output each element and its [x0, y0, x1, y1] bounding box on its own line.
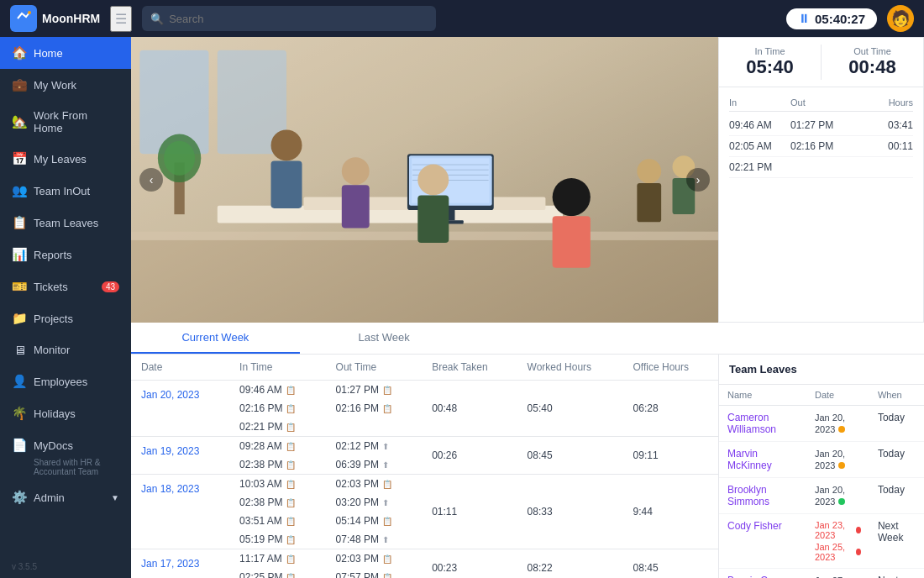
out-val-2: 02:16 PM	[790, 140, 852, 152]
timer-button[interactable]: ⏸ 05:40:27	[786, 8, 877, 29]
bottom-section: Date In Time Out Time Break Taken Worked…	[131, 355, 924, 578]
svg-point-21	[417, 164, 449, 195]
timesheet-table: Date In Time Out Time Break Taken Worked…	[131, 355, 718, 578]
clock-icon: 📋	[286, 517, 296, 526]
teamleaves-icon: 📋	[12, 215, 27, 230]
tabs-section: Current Week Last Week	[131, 323, 924, 355]
hero-prev-button[interactable]: ‹	[139, 168, 163, 192]
tl-name-brooklyn: Brooklyn Simmons	[719, 478, 806, 514]
table-row: Jan 17, 2023 11:17 AM📋 02:03 PM📋 00:23 0…	[131, 549, 718, 569]
tl-when-marvin: Today	[869, 442, 924, 478]
team-leaves-title: Team Leaves	[719, 355, 924, 385]
out-time-section: Out Time 00:48	[822, 38, 923, 87]
svg-rect-2	[131, 232, 718, 323]
status-dot	[838, 462, 845, 469]
in-jan17-2: 02:25 PM📋	[229, 568, 326, 578]
status-dot	[856, 549, 861, 555]
list-item: Cody Fisher Jan 23, 2023 Jan 25, 2023 Ne…	[719, 514, 924, 569]
sidebar-label-holidays: Holidays	[34, 407, 76, 420]
out-time-value: 00:48	[830, 56, 915, 78]
sidebar-item-employees[interactable]: 👤 Employees	[0, 365, 131, 397]
sidebar-item-holidays[interactable]: 🌴 Holidays	[0, 397, 131, 429]
admin-icon: ⚙️	[12, 490, 27, 505]
upload-icon: ⬆	[382, 535, 389, 544]
search-input[interactable]	[169, 13, 428, 25]
table-row: Jan 20, 2023 09:46 AM📋 01:27 PM📋 00:48 0…	[131, 381, 718, 400]
admin-arrow-icon: ▼	[111, 493, 119, 502]
sidebar-label-monitor: Monitor	[34, 344, 70, 356]
in-time-value: 05:40	[727, 56, 812, 78]
clock-icon: 📋	[286, 386, 296, 395]
clock-icon: 📋	[382, 480, 392, 489]
logo-text: MoonHRM	[42, 12, 100, 25]
sidebar-item-team-inout[interactable]: 👥 Team InOut	[0, 175, 131, 207]
time-table-header: In Out Hours	[729, 94, 913, 112]
tl-col-name: Name	[719, 385, 806, 406]
tab-current-week[interactable]: Current Week	[131, 323, 300, 354]
col-in: In	[729, 97, 790, 108]
break-jan20: 00:48	[422, 381, 517, 437]
sidebar-item-mydocs[interactable]: 📄 MyDocs	[0, 429, 131, 456]
clock-icon: 📋	[286, 423, 296, 432]
break-jan17: 00:23	[422, 549, 517, 579]
sidebar-item-work-from-home[interactable]: 🏡 Work From Home	[0, 101, 131, 143]
clock-icon: 📋	[286, 442, 296, 451]
svg-rect-11	[412, 164, 488, 165]
sidebar-item-reports[interactable]: 📊 Reports	[0, 239, 131, 271]
sidebar-item-tickets[interactable]: 🎫 Tickets 43	[0, 271, 131, 302]
sidebar-item-admin[interactable]: ⚙️ Admin ▼	[0, 481, 131, 513]
time-row-3: 02:21 PM	[729, 157, 913, 178]
sidebar-item-team-leaves[interactable]: 📋 Team Leaves	[0, 207, 131, 239]
clock-icon: 📋	[286, 498, 296, 507]
sidebar-label-wfh: Work From Home	[34, 109, 119, 134]
tab-last-week[interactable]: Last Week	[300, 323, 469, 354]
out-jan18-4: 07:48 PM⬆	[326, 530, 423, 549]
time-row-1: 09:46 AM 01:27 PM 03:41	[729, 115, 913, 136]
sidebar-item-my-leaves[interactable]: 📅 My Leaves	[0, 143, 131, 175]
tl-date-marvin: Jan 20, 2023	[806, 442, 869, 478]
team-leaves-header: Name Date When	[719, 385, 924, 406]
hours-val-3	[852, 161, 913, 173]
topbar: MoonHRM ☰ 🔍 ⏸ 05:40:27 🧑	[0, 0, 924, 37]
team-leaves-table: Name Date When Cameron Williamson Jan 20…	[719, 385, 924, 578]
tl-name-bessie: Bessie Cooper	[719, 569, 806, 579]
sidebar-label-team-leaves: Team Leaves	[34, 217, 98, 229]
upload-icon: ⬆	[382, 498, 389, 507]
status-dot	[838, 498, 845, 505]
sidebar-item-my-work[interactable]: 💼 My Work	[0, 69, 131, 101]
svg-point-28	[637, 159, 661, 183]
teaminout-icon: 👥	[12, 183, 27, 198]
clock-icon: 📋	[286, 573, 296, 579]
sidebar-label-my-work: My Work	[34, 79, 76, 92]
in-jan19-2: 02:38 PM📋	[229, 455, 326, 475]
sidebar-item-home[interactable]: 🏠 Home	[0, 37, 131, 69]
svg-rect-20	[342, 185, 370, 228]
sidebar-item-projects[interactable]: 📁 Projects	[0, 302, 131, 334]
col-out-time: Out Time	[326, 355, 423, 381]
tl-name-marvin: Marvin McKinney	[719, 442, 806, 478]
avatar[interactable]: 🧑	[887, 5, 914, 32]
list-item: Bessie Cooper Jan 27, 2023 Next Week	[719, 569, 924, 579]
out-jan18-1: 02:03 PM📋	[326, 475, 423, 494]
sidebar-label-reports: Reports	[34, 249, 72, 261]
hamburger-button[interactable]: ☰	[110, 6, 132, 32]
time-detail-table: In Out Hours 09:46 AM 01:27 PM 03:41 02:…	[719, 87, 923, 185]
out-jan17-2: 07:57 PM📋	[326, 568, 423, 578]
break-jan19: 00:26	[422, 437, 517, 475]
col-break: Break Taken	[422, 355, 517, 381]
myleaves-icon: 📅	[12, 151, 27, 166]
tl-date-cody: Jan 23, 2023 Jan 25, 2023	[806, 514, 869, 569]
office-jan17: 08:45	[623, 549, 718, 579]
hours-val-2: 00:11	[852, 140, 913, 152]
clock-icon: 📋	[382, 517, 392, 526]
hero-next-button[interactable]: ›	[686, 168, 710, 192]
sidebar-item-monitor[interactable]: 🖥 Monitor	[0, 334, 131, 365]
tl-date-brooklyn: Jan 20, 2023	[806, 478, 869, 514]
sidebar-label-employees: Employees	[34, 376, 87, 388]
tl-date-cameron: Jan 20, 2023	[806, 406, 869, 442]
tl-name-cameron: Cameron Williamson	[719, 406, 806, 442]
out-jan19-1: 02:12 PM⬆	[326, 437, 423, 456]
tl-when-bessie: Next Week	[869, 569, 924, 579]
svg-rect-22	[417, 196, 449, 244]
mywork-icon: 💼	[12, 77, 27, 92]
